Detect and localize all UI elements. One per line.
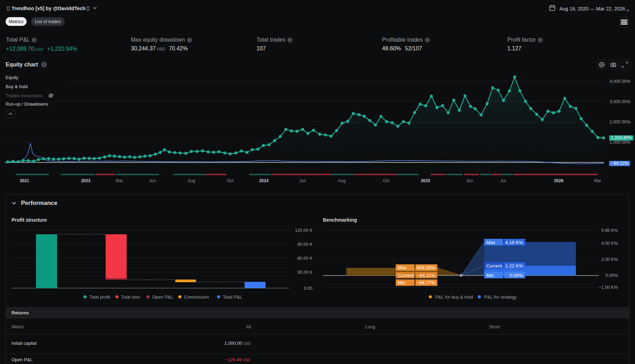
svg-text:Current: Current [486,263,502,269]
svg-text:4.00 K%: 4.00 K% [601,241,618,246]
svg-text:0.00%: 0.00% [606,273,618,278]
svg-text:0.00: 0.00 [304,286,312,291]
svg-text:Current: Current [398,273,414,278]
svg-text:0.00%: 0.00% [510,273,523,278]
svg-text:949.26%: 949.26% [417,265,435,270]
svg-text:Total P&L: Total P&L [223,294,242,300]
svg-text:Max: Max [486,240,495,245]
svg-text:Max: Max [398,265,407,270]
svg-text:−64.11%: −64.11% [417,273,435,278]
svg-text:Commission: Commission [184,294,209,300]
svg-text:60.00 K: 60.00 K [297,256,313,261]
svg-text:1.22 K%: 1.22 K% [505,263,523,269]
svg-text:Min: Min [486,273,494,278]
svg-text:5.65 K%: 5.65 K% [601,228,618,233]
svg-text:P&L for buy & hold: P&L for buy & hold [435,294,473,300]
svg-text:120.00 K: 120.00 K [295,228,313,233]
svg-text:4.19 K%: 4.19 K% [505,240,523,245]
svg-text:90.00 K: 90.00 K [297,242,313,247]
svg-text:2.00 K%: 2.00 K% [601,257,618,262]
svg-text:Min: Min [398,280,405,285]
svg-text:Total loss: Total loss [121,294,140,300]
svg-text:−1.50 K%: −1.50 K% [599,285,618,290]
svg-text:Open P&L: Open P&L [152,294,173,300]
svg-text:P&L for strategy: P&L for strategy [484,294,517,300]
svg-text:Total profit: Total profit [89,294,110,300]
svg-text:30.00 K: 30.00 K [297,270,313,275]
svg-text:−68.77%: −68.77% [416,280,435,285]
